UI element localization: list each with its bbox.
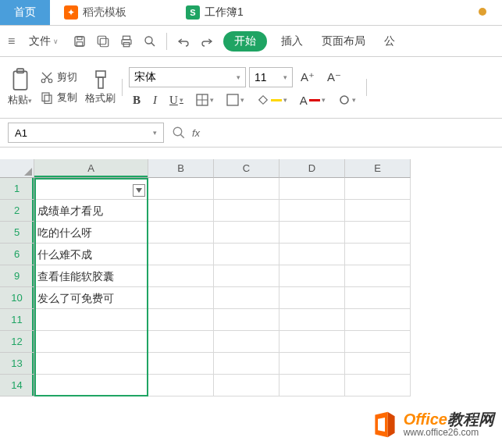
save-as-icon[interactable] bbox=[96, 34, 110, 48]
cell[interactable] bbox=[34, 353, 148, 375]
cell[interactable] bbox=[148, 222, 214, 244]
cell[interactable] bbox=[345, 222, 411, 244]
cell[interactable] bbox=[345, 178, 411, 200]
cell[interactable] bbox=[345, 287, 411, 309]
cell[interactable] bbox=[279, 178, 345, 200]
name-box[interactable]: A1 ▾ bbox=[8, 123, 164, 143]
cell[interactable] bbox=[345, 200, 411, 222]
decrease-font-button[interactable]: A⁻ bbox=[322, 68, 346, 87]
row-header[interactable]: 2 bbox=[0, 200, 34, 222]
column-header-E[interactable]: E bbox=[345, 159, 411, 178]
column-header-C[interactable]: C bbox=[214, 159, 279, 178]
tab-docer[interactable]: ✦ 稻壳模板 bbox=[50, 0, 141, 25]
cell[interactable]: 成绩单才看见 bbox=[34, 200, 148, 222]
select-all-corner[interactable] bbox=[0, 159, 34, 178]
cell[interactable] bbox=[214, 309, 279, 331]
fill-color-button[interactable]: ▾ bbox=[253, 93, 291, 107]
cell[interactable] bbox=[279, 265, 345, 287]
print-preview-icon[interactable] bbox=[143, 34, 157, 48]
cell[interactable] bbox=[148, 375, 214, 396]
merge-cells-button[interactable]: ▾ bbox=[223, 92, 248, 108]
cell[interactable] bbox=[148, 287, 214, 309]
cell[interactable] bbox=[279, 331, 345, 353]
row-header[interactable]: 11 bbox=[0, 309, 34, 331]
increase-font-button[interactable]: A⁺ bbox=[296, 68, 319, 87]
cell[interactable] bbox=[279, 353, 345, 375]
menu-page-layout[interactable]: 页面布局 bbox=[317, 31, 370, 52]
cell[interactable] bbox=[148, 265, 214, 287]
print-icon[interactable] bbox=[119, 34, 134, 48]
cell[interactable] bbox=[34, 375, 148, 396]
cell[interactable]: 查看佳能软胶囊 bbox=[34, 265, 148, 287]
cell[interactable] bbox=[34, 331, 148, 353]
cell[interactable] bbox=[34, 309, 148, 331]
fx-button[interactable]: fx bbox=[172, 126, 200, 140]
cell[interactable] bbox=[345, 331, 411, 353]
row-header[interactable]: 1 bbox=[0, 178, 34, 200]
filter-button[interactable] bbox=[133, 184, 145, 197]
underline-button[interactable]: U▾ bbox=[166, 92, 187, 108]
row-header[interactable]: 5 bbox=[0, 222, 34, 244]
undo-icon[interactable] bbox=[176, 34, 190, 48]
cell[interactable] bbox=[148, 178, 214, 200]
cell[interactable] bbox=[148, 331, 214, 353]
cell[interactable] bbox=[214, 375, 279, 396]
row-header[interactable]: 6 bbox=[0, 244, 34, 265]
cell[interactable] bbox=[214, 331, 279, 353]
cell[interactable] bbox=[34, 178, 148, 200]
tab-home[interactable]: 首页 bbox=[0, 0, 50, 25]
save-icon[interactable] bbox=[73, 34, 87, 48]
cells-area[interactable]: 成绩单才看见 吃的什么呀 什么难不成 查看佳能软胶囊 发么了可免费可 bbox=[34, 178, 411, 396]
cell[interactable] bbox=[279, 375, 345, 396]
tab-workbook[interactable]: S 工作簿1 bbox=[172, 0, 258, 25]
cell[interactable]: 发么了可免费可 bbox=[34, 287, 148, 309]
menu-start[interactable]: 开始 bbox=[223, 31, 267, 52]
font-size-select[interactable]: 11 ▾ bbox=[249, 67, 293, 87]
row-header[interactable]: 14 bbox=[0, 375, 34, 396]
hamburger-icon[interactable]: ≡ bbox=[8, 34, 15, 48]
cell[interactable] bbox=[279, 200, 345, 222]
font-color-button[interactable]: A ▾ bbox=[296, 92, 329, 108]
row-header[interactable]: 13 bbox=[0, 353, 34, 375]
cell[interactable] bbox=[345, 353, 411, 375]
row-header[interactable]: 12 bbox=[0, 331, 34, 353]
column-header-B[interactable]: B bbox=[148, 159, 214, 178]
menu-formula[interactable]: 公 bbox=[379, 31, 400, 52]
notification-dot-icon[interactable] bbox=[479, 8, 486, 16]
paste-button[interactable]: 粘贴▾ bbox=[8, 68, 32, 107]
cell[interactable] bbox=[214, 287, 279, 309]
cell[interactable] bbox=[148, 309, 214, 331]
style-button[interactable]: ▾ bbox=[334, 92, 360, 108]
cell[interactable]: 什么难不成 bbox=[34, 244, 148, 265]
cell[interactable] bbox=[214, 222, 279, 244]
copy-button[interactable]: 复制 bbox=[38, 89, 79, 106]
cell[interactable] bbox=[279, 244, 345, 265]
bold-button[interactable]: B bbox=[129, 92, 144, 108]
cell[interactable] bbox=[279, 287, 345, 309]
cell[interactable] bbox=[345, 309, 411, 331]
cell[interactable] bbox=[279, 309, 345, 331]
cell[interactable] bbox=[148, 200, 214, 222]
column-header-A[interactable]: A bbox=[34, 159, 148, 178]
row-header[interactable]: 10 bbox=[0, 287, 34, 309]
cell[interactable] bbox=[345, 375, 411, 396]
cell[interactable] bbox=[345, 265, 411, 287]
cell[interactable] bbox=[148, 244, 214, 265]
font-name-select[interactable]: 宋体 ▾ bbox=[129, 67, 246, 87]
redo-icon[interactable] bbox=[200, 34, 214, 48]
cell[interactable]: 吃的什么呀 bbox=[34, 222, 148, 244]
cell[interactable] bbox=[148, 353, 214, 375]
italic-button[interactable]: I bbox=[149, 92, 161, 108]
cell[interactable] bbox=[279, 222, 345, 244]
cut-button[interactable]: 剪切 bbox=[38, 69, 79, 86]
cell[interactable] bbox=[214, 265, 279, 287]
menu-insert[interactable]: 插入 bbox=[276, 31, 308, 52]
format-painter-button[interactable]: 格式刷 bbox=[85, 69, 116, 105]
column-header-D[interactable]: D bbox=[279, 159, 345, 178]
border-button[interactable]: ▾ bbox=[192, 92, 218, 108]
cell[interactable] bbox=[214, 244, 279, 265]
menu-file[interactable]: 文件 ∨ bbox=[24, 31, 63, 52]
cell[interactable] bbox=[214, 178, 279, 200]
cell[interactable] bbox=[214, 353, 279, 375]
cell[interactable] bbox=[345, 244, 411, 265]
